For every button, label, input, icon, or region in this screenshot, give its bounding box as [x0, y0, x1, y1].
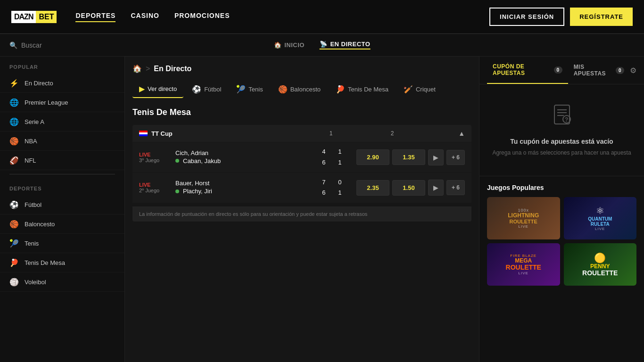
section-title: Tenis De Mesa [132, 107, 471, 117]
basketball-tab-icon: 🏀 [278, 85, 288, 94]
coupon-badge: 0 [554, 66, 562, 74]
nav-deportes[interactable]: DEPORTES [75, 12, 116, 22]
main-layout: POPULAR ⚡ En Directo 🌐 Premier League 🌐 … [0, 57, 644, 362]
tab-coupon-label: CUPÓN DE APUESTAS [493, 63, 551, 76]
tenis-icon: 🎾 [9, 239, 19, 248]
match-1-players: Cich, Adrian Caban, Jakub [175, 149, 311, 165]
sidebar-sports-title: DEPORTES [0, 178, 124, 195]
more-btn-2[interactable]: + 6 [446, 180, 465, 195]
empty-coupon-title: Tu cupón de apuestas está vacío [510, 138, 613, 145]
game-lightning-title: LIGHTNING [505, 213, 542, 219]
nav-en-directo-label: EN DIRECTO [330, 41, 370, 48]
sidebar-item-premier-league[interactable]: 🌐 Premier League [0, 93, 124, 112]
match-1-player2-row: Caban, Jakub [175, 157, 311, 165]
sidebar-item-tenis-de-mesa[interactable]: 🏓 Tenis De Mesa [0, 253, 124, 272]
sidebar-item-futbol[interactable]: ⚽ Fútbol [0, 195, 124, 214]
game-label-2: 2º Juego [139, 188, 170, 193]
tab-futbol[interactable]: ⚽ Fútbol [185, 81, 228, 98]
sidebar-item-baloncesto[interactable]: 🏀 Baloncesto [0, 214, 124, 234]
games-grid: 100x LIGHTNING ROULETTE LIVE ⚛ QUANTUM R… [487, 197, 636, 286]
odd-btn-2-2[interactable]: 1.50 [392, 180, 425, 196]
popular-games: Juegos Populares 100x LIGHTNING ROULETTE… [479, 176, 644, 293]
logo[interactable]: DAZN BET [11, 11, 57, 23]
live-icon: 📡 [320, 41, 328, 48]
odd-btn-1-1[interactable]: 2.90 [356, 149, 389, 165]
stream-btn-2[interactable]: ▶ [428, 180, 444, 196]
sidebar-item-nba[interactable]: 🏀 NBA [0, 132, 124, 151]
table-tennis-tab-icon: 🏓 [336, 85, 345, 94]
sidebar-item-voleibol[interactable]: 🏐 Voleibol [0, 272, 124, 292]
breadcrumb-home-icon[interactable]: 🏠 [132, 64, 142, 73]
collapse-button[interactable]: ▲ [458, 130, 465, 137]
sidebar-item-en-directo[interactable]: ⚡ En Directo [0, 74, 124, 93]
right-panel: CUPÓN DE APUESTAS 0 MIS APUESTAS 0 ⚙ ? [479, 57, 644, 362]
nav-casino[interactable]: CASINO [131, 12, 159, 22]
sidebar-item-nfl[interactable]: 🏈 NFL [0, 151, 124, 170]
odd-btn-1-2[interactable]: 1.35 [392, 149, 425, 165]
tab-ver-directo[interactable]: ▶ Ver directo [132, 81, 183, 98]
tab-criquet[interactable]: 🏏 Criquet [397, 81, 442, 98]
sidebar-nba-label: NBA [25, 138, 37, 145]
nav-en-directo[interactable]: 📡 EN DIRECTO [320, 41, 370, 49]
match-1-scores: 4 6 1 1 [317, 147, 347, 168]
login-button[interactable]: INICIAR SESIÓN [489, 8, 564, 26]
tab-baloncesto[interactable]: 🏀 Baloncesto [272, 81, 327, 98]
game-mega-title: MEGA [503, 258, 544, 264]
voleibol-icon: 🏐 [9, 277, 19, 287]
main-content: 🏠 > En Directo ▶ Ver directo ⚽ Fútbol 🎾 … [125, 57, 479, 362]
sidebar-en-directo-label: En Directo [25, 80, 53, 87]
stream-btn-1[interactable]: ▶ [428, 149, 444, 165]
game-penny-title: PENNY [579, 263, 620, 270]
tab-ver-directo-label: Ver directo [148, 85, 177, 92]
mybets-badge: 0 [616, 67, 624, 74]
game-mega-roulette: ROULETTE [503, 264, 544, 271]
tenis-de-mesa-icon: 🏓 [9, 258, 19, 267]
score-set-player1-1: 4 [317, 147, 331, 157]
sidebar-item-serie-a[interactable]: 🌐 Serie A [0, 112, 124, 132]
game-card-penny[interactable]: 🟡 PENNY ROULETTE [564, 243, 637, 286]
more-btn-1[interactable]: + 6 [446, 150, 465, 165]
search-wrapper[interactable]: 🔍 Buscar [9, 41, 42, 49]
game-penny-roulette: ROULETTE [579, 270, 620, 277]
tab-futbol-label: Fútbol [204, 86, 221, 93]
tab-criquet-label: Criquet [416, 86, 436, 93]
odds-group-1: 2.90 1.35 ▶ + 6 [356, 149, 465, 165]
tab-tenis-de-mesa[interactable]: 🏓 Tenis De Mesa [329, 81, 395, 98]
tennis-tab-icon: 🎾 [236, 85, 246, 94]
match-1-player1: Cich, Adrian [175, 149, 208, 156]
tab-mybets[interactable]: MIS APUESTAS 0 [568, 57, 630, 83]
header: DAZN BET DEPORTES CASINO PROMOCIONES INI… [0, 0, 644, 34]
score-col-set-1: 4 6 [317, 147, 331, 168]
tt-cup-flag [139, 131, 148, 136]
game-quantum-title: QUANTUM [585, 216, 615, 222]
sidebar-item-tenis[interactable]: 🎾 Tenis [0, 234, 124, 253]
score-set-player1-2: 7 [317, 178, 331, 188]
game-card-lightning[interactable]: 100x LIGHTNING ROULETTE LIVE [487, 197, 560, 239]
match-1-player2: Caban, Jakub [183, 157, 221, 165]
nfl-icon: 🏈 [9, 156, 19, 165]
score-col-game-2: 0 1 [333, 178, 347, 198]
game-card-quantum[interactable]: ⚛ QUANTUM RULETA LIVE [564, 197, 637, 239]
match-2-player2: Plachy, Jiri [183, 188, 212, 195]
coupon-tabs: CUPÓN DE APUESTAS 0 MIS APUESTAS 0 ⚙ [479, 57, 644, 84]
nav-promociones[interactable]: PROMOCIONES [174, 12, 230, 22]
score-game-player1-2: 0 [333, 178, 347, 188]
register-button[interactable]: REGÍSTRATE [570, 8, 633, 26]
tab-coupon[interactable]: CUPÓN DE APUESTAS 0 [487, 57, 568, 84]
sidebar: POPULAR ⚡ En Directo 🌐 Premier League 🌐 … [0, 57, 125, 362]
nav-inicio[interactable]: 🏠 INICIO [274, 41, 305, 49]
breadcrumb-arrow: > [146, 65, 150, 73]
match-2-player2-row: Plachy, Jiri [175, 188, 311, 195]
search-icon: 🔍 [9, 41, 17, 49]
match-1-status: LIVE 3º Juego [139, 152, 170, 163]
premier-league-icon: 🌐 [9, 98, 19, 107]
live-label-1: LIVE [139, 152, 170, 157]
tab-baloncesto-label: Baloncesto [290, 86, 321, 93]
top-nav: 🏠 INICIO 📡 EN DIRECTO [274, 41, 371, 49]
settings-button[interactable]: ⚙ [630, 66, 636, 75]
match-2-status: LIVE 2º Juego [139, 182, 170, 193]
tab-tenis[interactable]: 🎾 Tenis [230, 81, 269, 98]
odd-btn-2-1[interactable]: 2.35 [356, 180, 389, 196]
game-card-mega[interactable]: FIRE BLAZE MEGA ROULETTE LIVE [487, 243, 560, 286]
serving-dot-1 [175, 159, 179, 163]
